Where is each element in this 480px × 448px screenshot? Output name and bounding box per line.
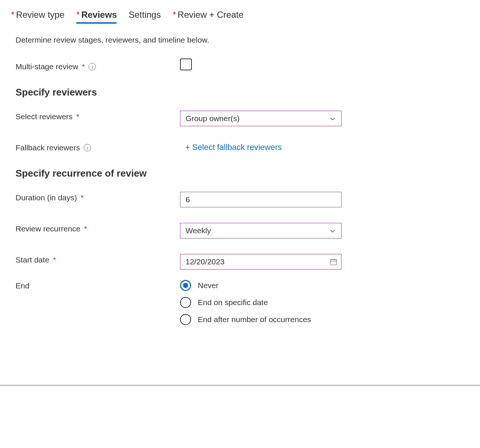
svg-rect-0 [330,260,337,265]
end-label: End [16,280,180,290]
tab-settings[interactable]: Settings [129,10,161,23]
select-reviewers-label: Select reviewers * [16,111,180,121]
radio-button-icon [180,314,191,325]
required-asterisk: * [76,112,79,121]
required-asterisk: * [11,10,14,20]
radio-end-occurrences[interactable]: End after number of occurrences [180,314,465,325]
chevron-down-icon [329,227,336,234]
duration-input-wrap [180,192,341,207]
tab-label: Settings [129,10,161,20]
end-radio-group: Never End on specific date End after num… [180,280,465,325]
duration-label: Duration (in days) * [16,192,180,202]
radio-label: End on specific date [198,298,268,307]
tab-label: Review type [16,10,64,20]
radio-end-specific-date[interactable]: End on specific date [180,297,465,308]
multi-stage-checkbox[interactable] [180,58,192,70]
select-fallback-reviewers-link[interactable]: + Select fallback reviewers [185,142,465,152]
required-asterisk: * [53,255,56,264]
tab-review-create[interactable]: * Review + Create [173,10,243,23]
required-asterisk: * [173,10,176,20]
start-date-input-wrap[interactable] [180,254,341,270]
chevron-down-icon [329,115,336,122]
select-value: Group owner(s) [186,114,240,123]
select-reviewers-dropdown[interactable]: Group owner(s) [180,111,341,126]
radio-button-icon [180,280,191,291]
section-heading-reviewers: Specify reviewers [16,87,465,98]
required-asterisk: * [84,224,87,233]
recurrence-label: Review recurrence * [16,223,180,233]
info-icon[interactable]: i [84,144,91,151]
select-value: Weekly [186,226,211,235]
tab-label: Reviews [81,10,117,20]
radio-button-icon [180,297,191,308]
duration-input[interactable] [186,195,336,204]
radio-label: Never [198,281,219,290]
page-description: Determine review stages, reviewers, and … [16,36,465,44]
section-heading-recurrence: Specify recurrence of review [16,168,465,179]
tab-reviews[interactable]: * Reviews [76,10,117,23]
start-date-input[interactable] [186,257,329,266]
calendar-icon[interactable] [329,258,337,266]
radio-label: End after number of occurrences [198,315,311,324]
required-asterisk: * [76,10,80,20]
multi-stage-label: Multi-stage review * i [16,61,180,71]
info-icon[interactable]: i [89,63,96,70]
radio-end-never[interactable]: Never [180,280,465,291]
tabs-bar: * Review type * Reviews Settings * Revie… [11,10,465,23]
required-asterisk: * [82,62,85,71]
tab-label: Review + Create [178,10,244,20]
tab-review-type[interactable]: * Review type [11,10,64,23]
fallback-reviewers-label: Fallback reviewers i [16,142,180,152]
start-date-label: Start date * [16,254,180,264]
required-asterisk: * [81,193,84,202]
recurrence-dropdown[interactable]: Weekly [180,223,341,238]
